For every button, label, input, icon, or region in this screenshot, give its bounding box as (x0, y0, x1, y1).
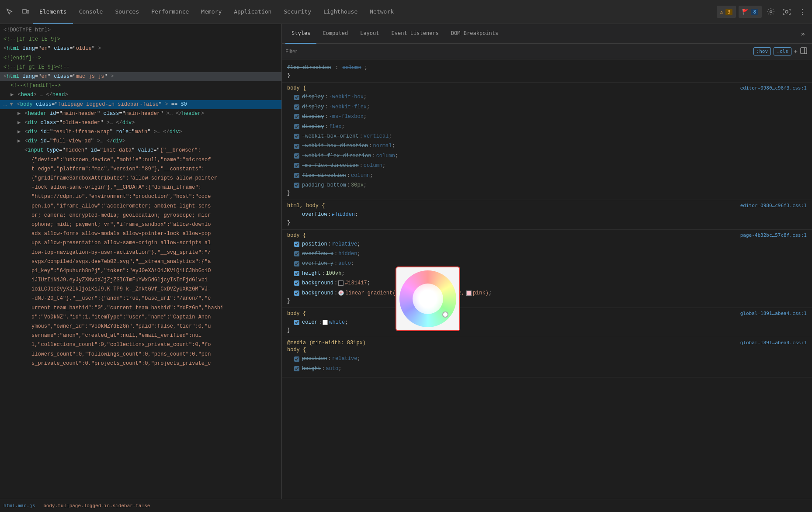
tab-application[interactable]: Application (228, 0, 278, 24)
html-line[interactable]: -lock allow-same-origin"},"__CPDATA":{"d… (0, 183, 281, 192)
prop-checkbox[interactable] (294, 163, 299, 168)
html-line[interactable]: ▶ <div id="result-iframe-wrap" role="mai… (0, 128, 281, 137)
html-line[interactable]: sername":"anon","created_at":null,"email… (0, 331, 281, 340)
css-file-link[interactable]: global-1891…abea4.css:1 (740, 311, 807, 316)
prop-checkbox[interactable] (294, 104, 299, 110)
tab-performance[interactable]: Performance (145, 0, 195, 24)
html-line[interactable]: <input type="hidden" id="init-data" valu… (0, 146, 281, 155)
color-wheel-handle[interactable] (442, 311, 448, 318)
html-line[interactable]: <![endif]--> (0, 54, 281, 63)
tab-lighthouse[interactable]: Lighthouse (317, 0, 364, 24)
html-line[interactable]: <!--<![endif]--> (0, 81, 281, 90)
html-line[interactable]: <!--[if lte IE 9]> (0, 35, 281, 44)
html-line[interactable]: l,"collections_count":0,"collections_pri… (0, 340, 281, 349)
html-line[interactable]: llowers_count":0,"followings_count":0,"p… (0, 350, 281, 359)
html-line[interactable]: "https://cdpn.io","environment":"product… (0, 192, 281, 201)
prop-checkbox[interactable] (294, 144, 299, 149)
prop-checkbox[interactable] (294, 320, 299, 325)
html-line[interactable]: ads allow-forms allow-modals allow-point… (0, 229, 281, 239)
prop-checkbox[interactable] (294, 291, 299, 296)
html-line[interactable]: ▶ <div id="full-view-ad" >… </div> (0, 137, 281, 146)
tab-network[interactable]: Network (364, 0, 400, 24)
css-file-link[interactable]: page-4b32bc…57c8f.css:1 (740, 232, 807, 238)
html-line[interactable]: <html lang="en" class="mac js js" > (0, 72, 281, 81)
html-line[interactable]: {"device":"unknown_device","mobile":null… (0, 156, 281, 165)
html-line[interactable]: ▶ <header id="main-header" class="main-h… (0, 109, 281, 118)
html-line[interactable]: pi_key":"64puhuch8n2j","token":"eyJ0eXAi… (0, 266, 281, 276)
html-line[interactable]: <!--[if gt IE 9]><!-- (0, 63, 281, 72)
settings-icon[interactable] (763, 4, 779, 20)
color-swatch-pink[interactable] (466, 291, 472, 296)
prop-checkbox[interactable] (294, 183, 299, 188)
tab-sources[interactable]: Sources (109, 0, 145, 24)
html-line[interactable]: ophone; midi; payment; vr","iframe_sandb… (0, 220, 281, 229)
tab-dom-breakpoints[interactable]: DOM Breakpoints (445, 24, 504, 44)
prop-checkbox[interactable] (294, 356, 299, 362)
prop-checkbox[interactable] (294, 124, 299, 129)
prop-checkbox[interactable] (294, 153, 299, 159)
tab-memory[interactable]: Memory (195, 0, 228, 24)
prop-checkbox[interactable] (294, 261, 299, 266)
prop-checkbox[interactable] (294, 242, 299, 247)
html-line[interactable]: t edge","platform":"mac","version":"89"}… (0, 165, 281, 174)
more-options-icon[interactable]: ⋮ (795, 4, 810, 20)
html-line[interactable]: urrent_team_hashid":"0","current_team_ha… (0, 304, 281, 313)
html-line[interactable]: ▶ <div class="oldie-header" >… </div> (0, 118, 281, 128)
html-line[interactable]: or; camera; encrypted-media; geolocation… (0, 211, 281, 220)
prop-checkbox[interactable] (294, 114, 299, 119)
tab-security[interactable]: Security (278, 0, 317, 24)
prop-checkbox[interactable] (294, 280, 299, 286)
inspect-icon[interactable] (2, 4, 17, 20)
html-line[interactable]: s_private_count":0,"projects_count":0,"p… (0, 359, 281, 368)
prop-checkbox[interactable] (294, 251, 299, 256)
html-line[interactable]: svgs/compiled/svgs.dee7eb02.svg","__stre… (0, 257, 281, 266)
right-tabs-more-icon[interactable]: » (797, 28, 809, 40)
tab-elements[interactable]: Elements (33, 0, 73, 24)
css-file-link[interactable]: editor-0980…c96f3.css:1 (740, 203, 807, 208)
device-toggle-icon[interactable] (17, 4, 33, 20)
html-line[interactable]: d":"VoDkNZ","id":1,"itemType":"user","na… (0, 313, 281, 322)
html-line[interactable]: ioiLCJ1c2VyX2lkIjoiKiJ9.K-TP9-k-_ZnktGVf… (0, 285, 281, 294)
hov-button[interactable]: :hov (753, 47, 771, 55)
status-file-link-1[interactable]: html.mac.js (3, 503, 35, 509)
html-line-body-selected[interactable]: … ▼ <body class="fullpage logged-in side… (0, 100, 281, 109)
html-line[interactable]: -dNJ-20_t4"},"__user":{"anon":true,"base… (0, 294, 281, 303)
html-line[interactable]: <!DOCTYPE html> (0, 26, 281, 35)
css-file-link[interactable]: editor-0980…c96f3.css:1 (740, 85, 807, 91)
prop-checkbox[interactable] (294, 173, 299, 178)
cls-button[interactable]: .cls (774, 47, 791, 55)
add-rule-icon[interactable]: + (794, 48, 798, 55)
tab-styles[interactable]: Styles (285, 24, 316, 44)
prop-checkbox[interactable] (294, 95, 299, 100)
prop-checkbox[interactable] (294, 366, 299, 371)
color-swatch-dark[interactable] (338, 280, 344, 286)
tab-console[interactable]: Console (73, 0, 109, 24)
html-line[interactable]: low-top-navigation-by-user-activation"},… (0, 248, 281, 257)
triangle-icon[interactable]: ▶ (332, 211, 335, 218)
css-file-link[interactable]: global-1891…abea4.css:1 (740, 340, 807, 346)
html-line[interactable]: ymous","owner_id":"VoDkNZYdEzGn","paid":… (0, 322, 281, 331)
color-wheel[interactable] (399, 270, 456, 327)
sidebar-icon[interactable] (800, 47, 807, 55)
tab-event-listeners[interactable]: Event Listeners (385, 24, 445, 44)
html-line[interactable]: iJIUzI1NiJ9.eyJyZXNvdXJjZjZSI6ImFuYWx5dG… (0, 276, 281, 285)
tab-layout[interactable]: Layout (354, 24, 385, 44)
screenshot-icon[interactable] (779, 4, 795, 20)
html-line[interactable]: pen.io","iframe_allow":"accelerometer; a… (0, 202, 281, 211)
css-prop-line: position : relative ; (282, 239, 812, 249)
prop-checkbox[interactable] (294, 271, 299, 276)
info-badge-btn[interactable]: 🚩 8 (739, 6, 762, 18)
warning-badge-btn[interactable]: ⚠ 3 (717, 6, 736, 18)
html-line[interactable]: <html lang="en" class="oldie" > (0, 44, 281, 53)
html-line[interactable]: {"gridIframeSandboxAttributes":"allow-sc… (0, 174, 281, 183)
color-swatch-white[interactable] (323, 320, 328, 325)
gradient-circle-icon[interactable]: ⊙ (338, 290, 344, 296)
html-line[interactable]: ups allow-presentation allow-same-origin… (0, 239, 281, 248)
styles-filter-input[interactable] (285, 48, 752, 55)
css-rule-header: body { global-1891…abea4.css:1 (282, 310, 812, 318)
prop-checkbox[interactable] (294, 134, 299, 139)
css-rule-block-4: body { global-1891…abea4.css:1 color : w… (282, 308, 812, 337)
html-line[interactable]: ▶ <head> … </head> (0, 90, 281, 100)
tab-computed[interactable]: Computed (316, 24, 354, 44)
color-wheel-popup[interactable] (396, 266, 460, 331)
